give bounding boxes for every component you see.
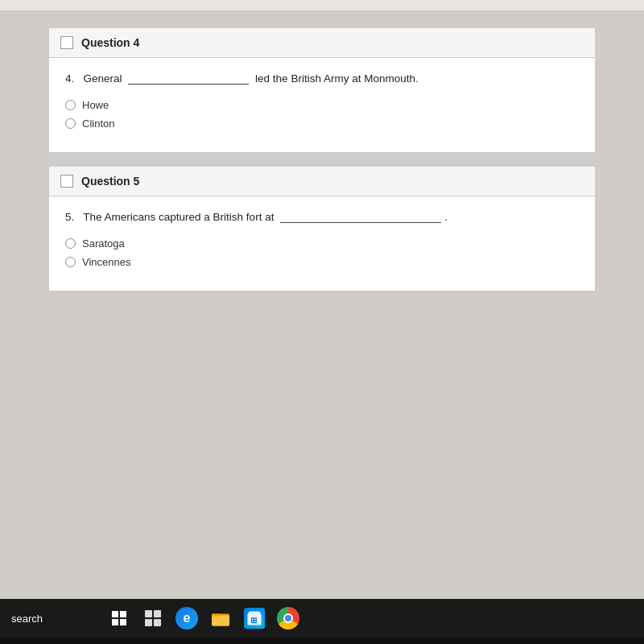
- chrome-icon: [277, 607, 299, 630]
- file-explorer-button[interactable]: [206, 604, 235, 633]
- q5-option-saratoga[interactable]: Saratoga: [65, 237, 579, 250]
- q4-radio-clinton[interactable]: [65, 118, 76, 129]
- q5-text-after: .: [444, 211, 448, 223]
- chrome-button[interactable]: [274, 604, 303, 633]
- taskbar: search e: [0, 599, 644, 638]
- question-4-text: 4. General led the British Army at Monmo…: [65, 72, 579, 85]
- svg-rect-1: [154, 610, 161, 617]
- q4-option-howe[interactable]: Howe: [65, 99, 579, 111]
- svg-text:⊞: ⊞: [250, 616, 257, 625]
- taskbar-icons: e ⊞: [105, 604, 303, 633]
- task-view-icon: [144, 609, 162, 627]
- windows-logo-icon: [112, 611, 126, 625]
- q4-number: 4.: [65, 72, 74, 85]
- q4-label-clinton: Clinton: [82, 118, 114, 130]
- question-4-header: Question 4: [49, 28, 595, 58]
- store-icon: ⊞: [244, 608, 265, 629]
- question-5-card: Question 5 5. The Americans captured a B…: [48, 166, 596, 291]
- edge-icon: e: [175, 607, 198, 630]
- question-5-checkbox[interactable]: [60, 175, 73, 188]
- svg-rect-5: [212, 616, 229, 626]
- question-5-text: 5. The Americans captured a British fort…: [65, 211, 579, 223]
- q4-label-howe: Howe: [82, 99, 109, 111]
- bottom-bar: [0, 638, 644, 644]
- q5-label-vincennes: Vincennes: [82, 256, 130, 268]
- question-5-header: Question 5: [49, 167, 595, 196]
- windows-start-button[interactable]: [105, 604, 134, 633]
- chrome-inner-circle: [283, 613, 293, 623]
- q5-radio-saratoga[interactable]: [65, 238, 76, 249]
- q4-blank: [128, 84, 249, 85]
- top-strip: [0, 0, 644, 11]
- svg-rect-2: [145, 619, 152, 626]
- svg-rect-0: [145, 610, 152, 617]
- q4-radio-howe[interactable]: [65, 100, 76, 110]
- taskbar-search[interactable]: search: [0, 599, 97, 638]
- q5-blank: [280, 222, 441, 223]
- edge-button[interactable]: e: [172, 604, 201, 633]
- q5-option-vincennes[interactable]: Vincennes: [65, 256, 579, 268]
- q5-number: 5.: [65, 211, 74, 223]
- question-5-title: Question 5: [81, 175, 139, 188]
- main-content: Question 4 4. General led the British Ar…: [0, 11, 644, 599]
- question-4-checkbox[interactable]: [60, 36, 73, 49]
- file-explorer-icon: [212, 609, 229, 627]
- taskbar-search-label: search: [11, 613, 43, 625]
- question-5-body: 5. The Americans captured a British fort…: [49, 196, 595, 291]
- store-button[interactable]: ⊞: [240, 604, 269, 633]
- svg-rect-6: [212, 614, 219, 617]
- question-4-card: Question 4 4. General led the British Ar…: [48, 27, 596, 153]
- q5-label-saratoga: Saratoga: [82, 237, 125, 250]
- svg-rect-3: [154, 619, 161, 626]
- q5-text-before: The Americans captured a British fort at: [83, 211, 274, 223]
- question-4-title: Question 4: [81, 36, 139, 49]
- q5-radio-vincennes[interactable]: [65, 257, 76, 267]
- q4-text-after: led the British Army at Monmouth.: [255, 72, 419, 85]
- q4-option-clinton[interactable]: Clinton: [65, 118, 579, 130]
- q4-text-before: General: [84, 72, 122, 85]
- question-4-body: 4. General led the British Army at Monmo…: [49, 58, 595, 152]
- task-view-button[interactable]: [138, 604, 167, 633]
